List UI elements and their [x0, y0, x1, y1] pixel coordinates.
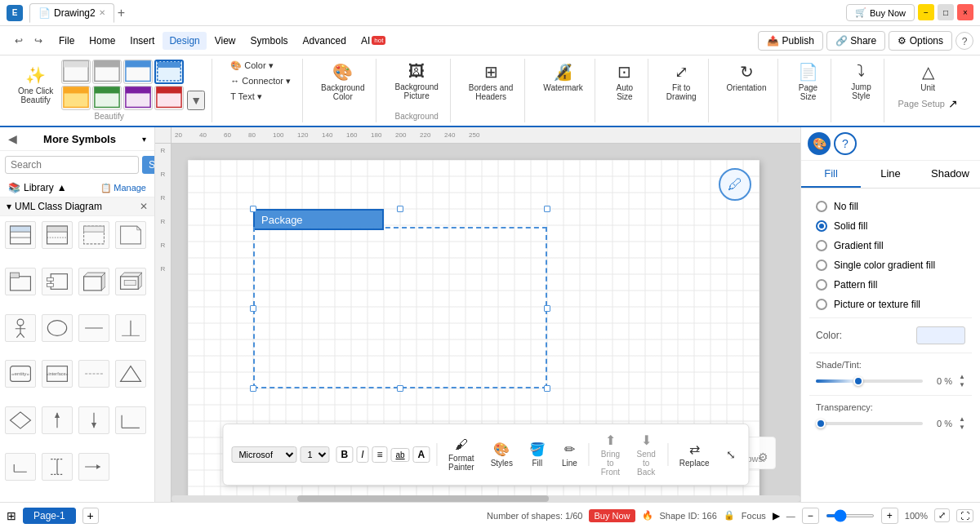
fill-option-pattern[interactable]: Pattern fill — [809, 275, 972, 295]
zoom-plus-button[interactable]: + — [881, 508, 898, 524]
background-color-button[interactable]: 🎨 Background Color — [316, 59, 369, 104]
menu-symbols-button[interactable]: Symbols — [244, 32, 295, 50]
shape-class[interactable] — [5, 221, 36, 249]
minimize-button[interactable]: − — [918, 4, 934, 20]
shape-interface[interactable] — [78, 221, 109, 249]
style-thumb-4[interactable] — [154, 60, 184, 84]
shape-small-corner[interactable] — [5, 453, 36, 481]
help-button[interactable]: ? — [956, 32, 973, 50]
canvas-scroll[interactable]: Package — [172, 144, 800, 502]
search-input[interactable] — [5, 156, 139, 174]
sel-handle-br[interactable] — [544, 385, 550, 392]
package-shape[interactable]: Package — [253, 209, 547, 388]
shape-usecase[interactable] — [42, 314, 73, 342]
aa-button[interactable]: A — [413, 446, 430, 463]
style-thumb-3[interactable] — [123, 60, 153, 84]
shape-line-h[interactable] — [78, 314, 109, 342]
style-thumb-5[interactable] — [61, 86, 91, 110]
style-thumb-6[interactable] — [92, 86, 122, 110]
shape-diamond[interactable] — [5, 406, 36, 434]
text-dropdown-button[interactable]: T Text ▾ — [225, 90, 296, 104]
fill-option-gradient[interactable]: Gradient fill — [809, 236, 972, 255]
bring-to-front-button[interactable]: ⬆ Bring to Front — [595, 429, 625, 480]
styles-button[interactable]: 🎨 Styles — [486, 438, 518, 471]
line-toolbar-button[interactable]: ✏ Line — [557, 438, 582, 471]
shade-up-arrow[interactable]: ▲ — [959, 373, 965, 381]
menu-view-button[interactable]: View — [208, 32, 243, 50]
style-thumb-2[interactable] — [92, 60, 122, 84]
question-icon[interactable]: ? — [834, 132, 857, 155]
style-thumb-7[interactable] — [123, 86, 153, 110]
tab-shadow[interactable]: Shadow — [920, 161, 980, 188]
zoom-slider[interactable] — [826, 514, 875, 517]
shape-note[interactable] — [115, 221, 146, 249]
app-tab-drawing2[interactable]: 📄 Drawing2 ✕ — [29, 3, 114, 23]
watermark-button[interactable]: 🔏 Watermark — [538, 59, 588, 95]
auto-size-button[interactable]: ⊡ Auto Size — [608, 59, 641, 104]
undo-button[interactable]: ↩ — [10, 32, 28, 50]
redo-button[interactable]: ↪ — [29, 32, 47, 50]
orientation-button[interactable]: ↻ Orientation — [722, 59, 772, 95]
publish-button[interactable]: 📤 Publish — [758, 31, 823, 51]
shape-package-simple[interactable] — [5, 268, 36, 295]
search-button[interactable]: Search — [142, 156, 155, 174]
jump-style-button[interactable]: ⤵ Jump Style — [844, 59, 877, 104]
replace-button[interactable]: ⇄ Replace — [675, 438, 715, 471]
zoom-minus-button[interactable]: − — [802, 508, 819, 524]
shape-arrow-up[interactable] — [42, 406, 73, 434]
connector-dropdown-button[interactable]: ↔ Connector ▾ — [225, 74, 296, 88]
shape-dashed-line[interactable] — [78, 360, 109, 388]
fill-option-single-gradient[interactable]: Single color gradient fill — [809, 255, 972, 275]
ab-button[interactable]: ab — [390, 448, 409, 462]
sel-handle-tm[interactable] — [397, 206, 403, 212]
fit-screen-button[interactable]: ⤢ — [934, 508, 950, 522]
sel-handle-bm[interactable] — [397, 385, 403, 392]
transparency-slider[interactable] — [816, 422, 923, 425]
manage-button[interactable]: 📋 Manage — [100, 183, 146, 193]
sel-handle-tl[interactable] — [250, 206, 256, 212]
tab-fill[interactable]: Fill — [801, 161, 861, 188]
sel-handle-ml[interactable] — [250, 305, 256, 312]
font-family-select[interactable]: Microsof — [231, 446, 296, 463]
menu-design-button[interactable]: Design — [163, 32, 206, 50]
shade-down-arrow[interactable]: ▼ — [959, 381, 965, 389]
fill-button[interactable]: 🪣 Fill — [524, 438, 550, 471]
menu-advanced-button[interactable]: Advanced — [296, 32, 353, 50]
menu-file-button[interactable]: File — [52, 32, 81, 50]
align-button[interactable]: ≡ — [372, 446, 387, 463]
style-thumb-1[interactable] — [61, 60, 91, 84]
shape-corner[interactable] — [115, 406, 146, 434]
shape-deployment[interactable] — [115, 268, 146, 295]
transparency-thumb[interactable] — [816, 419, 826, 428]
one-click-beautify-button[interactable]: ✨ One Click Beautify — [13, 62, 58, 108]
fullscreen-button[interactable]: ⛶ — [956, 509, 973, 522]
shade-thumb[interactable] — [853, 376, 863, 386]
shape-line-v[interactable] — [115, 314, 146, 342]
shape-component[interactable] — [42, 268, 73, 295]
menu-ai-button[interactable]: AI hot — [354, 32, 392, 50]
tab-close-icon[interactable]: ✕ — [99, 8, 105, 17]
transparency-down-arrow[interactable]: ▼ — [959, 424, 965, 432]
options-button[interactable]: ⚙ Options — [889, 31, 952, 51]
fill-option-picture[interactable]: Picture or texture fill — [809, 295, 972, 314]
category-close-button[interactable]: ✕ — [140, 201, 148, 212]
page-size-button[interactable]: 📄 Page Size — [791, 59, 824, 104]
close-button[interactable]: × — [957, 4, 973, 20]
play-button[interactable]: ▶ — [773, 510, 780, 521]
bold-button[interactable]: B — [336, 446, 353, 463]
color-dropdown-button[interactable]: 🎨 Color ▾ — [225, 59, 296, 73]
shade-slider[interactable] — [816, 379, 923, 383]
format-painter-button[interactable]: 🖌 Format Painter — [443, 434, 479, 475]
font-size-select[interactable]: 10 — [300, 446, 329, 463]
page-setup-expand-button[interactable]: ↗ — [948, 97, 958, 110]
shape-abstract[interactable] — [42, 221, 73, 249]
expand-beautify-button[interactable]: ▼ — [187, 91, 205, 110]
shape-boundary[interactable]: «entity» — [5, 360, 36, 388]
style-thumb-8[interactable] — [154, 86, 184, 110]
unit-button[interactable]: △ Unit — [911, 59, 944, 95]
shape-line-arrow[interactable] — [78, 453, 109, 481]
maximize-button[interactable]: □ — [938, 4, 954, 20]
shape-node[interactable] — [78, 268, 109, 295]
uml-category-header[interactable]: ▾ UML Class Diagram ✕ — [0, 197, 154, 216]
menu-insert-button[interactable]: Insert — [123, 32, 161, 50]
